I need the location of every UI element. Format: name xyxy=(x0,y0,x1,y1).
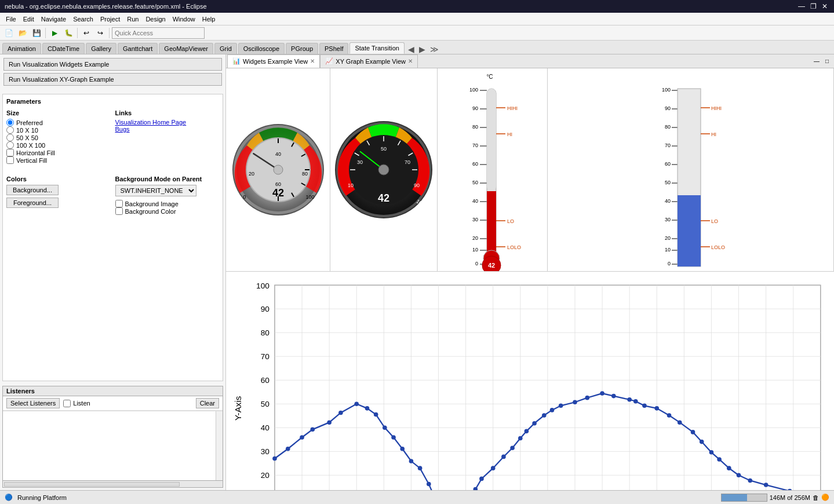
svg-point-224 xyxy=(764,483,769,487)
parameters-panel: Parameters Size Preferred 10 X 10 xyxy=(2,94,223,381)
svg-point-177 xyxy=(354,401,359,406)
xygraph-tab-icon: 📈 xyxy=(325,57,333,65)
svg-point-198 xyxy=(491,466,496,470)
tab-widgets-view[interactable]: 📊 Widgets Example View ✕ xyxy=(227,54,320,68)
vertical-fill-checkbox[interactable]: Vertical Fill xyxy=(6,156,111,164)
svg-text:70: 70 xyxy=(664,143,670,148)
size-preferred-radio[interactable] xyxy=(6,119,14,126)
statusbar-right: 146M of 256M 🗑 🟠 xyxy=(721,494,829,502)
listen-checkbox[interactable]: Listen xyxy=(63,400,90,407)
more-tabs-button[interactable]: ◀ xyxy=(406,45,417,54)
menu-design[interactable]: Design xyxy=(142,14,169,24)
listeners-scrollbar[interactable] xyxy=(216,411,223,480)
viz-home-link[interactable]: Visualization Home Page xyxy=(115,119,187,126)
horizontal-fill-checkbox[interactable]: Horizontal Fill xyxy=(6,149,111,156)
svg-point-221 xyxy=(727,466,731,470)
svg-text:0: 0 xyxy=(667,261,670,266)
ptab-cdatetime[interactable]: CDateTime xyxy=(42,43,85,54)
maximize-button[interactable]: ❐ xyxy=(808,2,818,11)
select-listeners-button[interactable]: Select Listeners xyxy=(6,398,60,408)
listeners-output xyxy=(3,411,223,480)
svg-text:30: 30 xyxy=(357,159,363,165)
ptab-grid[interactable]: Grid xyxy=(214,43,237,54)
svg-text:60: 60 xyxy=(664,161,670,167)
tab-xygraph-view[interactable]: 📈 XY Graph Example View ✕ xyxy=(320,54,418,68)
background-image-checkbox[interactable]: Background Image xyxy=(115,200,220,207)
background-color-checkbox[interactable]: Background Color xyxy=(115,207,220,215)
ptab-oscilloscope[interactable]: Oscilloscope xyxy=(238,43,285,54)
trash-icon[interactable]: 🗑 xyxy=(813,494,819,501)
svg-text:40: 40 xyxy=(664,198,670,204)
size-10x10[interactable]: 10 X 10 xyxy=(6,126,111,134)
open-perspective-button[interactable]: ≫ xyxy=(428,45,441,54)
ptab-gallery[interactable]: Gallery xyxy=(86,43,116,54)
next-tabs-button[interactable]: ▶ xyxy=(417,45,428,54)
listen-input[interactable] xyxy=(63,400,71,407)
menu-file[interactable]: File xyxy=(2,14,20,24)
vertical-fill-input[interactable] xyxy=(6,156,14,164)
new-button[interactable]: 📄 xyxy=(2,27,15,39)
svg-point-172 xyxy=(286,447,290,451)
widgets-tab-icon: 📊 xyxy=(232,57,241,65)
clear-button[interactable]: Clear xyxy=(196,398,219,408)
background-color-button[interactable]: Background... xyxy=(6,185,59,195)
save-button[interactable]: 💾 xyxy=(30,27,43,39)
open-button[interactable]: 📂 xyxy=(16,27,29,39)
run-button[interactable]: ▶ xyxy=(48,27,61,39)
menu-window[interactable]: Window xyxy=(169,14,199,24)
xygraph-tab-close[interactable]: ✕ xyxy=(408,58,413,64)
ptab-pgroup[interactable]: PGroup xyxy=(286,43,318,54)
size-100x100[interactable]: 100 X 100 xyxy=(6,141,111,149)
background-color-label: Background Color xyxy=(125,208,176,215)
minimize-view-button[interactable]: — xyxy=(812,57,821,66)
background-image-label: Background Image xyxy=(125,200,179,207)
colors-bg-section: Colors Background... Foreground... Backg… xyxy=(6,176,219,215)
parameters-content: Size Preferred 10 X 10 50 X 50 xyxy=(6,109,219,169)
ptab-pshelf[interactable]: PShelf xyxy=(319,43,348,54)
svg-text:70: 70 xyxy=(472,143,478,148)
menu-help[interactable]: Help xyxy=(199,14,219,24)
ptab-state-transition[interactable]: State Transition xyxy=(349,42,404,54)
minimize-button[interactable]: — xyxy=(797,2,806,11)
close-button[interactable]: ✕ xyxy=(820,2,829,11)
titlebar: nebula - org.eclipse.nebula.examples.rel… xyxy=(0,0,834,13)
foreground-color-button[interactable]: Foreground... xyxy=(6,198,59,208)
size-10x10-radio[interactable] xyxy=(6,126,14,134)
ptab-geomapviewer[interactable]: GeoMapViewer xyxy=(159,43,213,54)
maximize-view-button[interactable]: □ xyxy=(822,57,832,66)
bugs-link[interactable]: Bugs xyxy=(115,126,130,133)
debug-button[interactable]: 🐛 xyxy=(62,27,75,39)
undo-button[interactable]: ↩ xyxy=(80,27,93,39)
svg-text:HI: HI xyxy=(507,132,512,137)
listeners-bottom-bar xyxy=(3,480,223,487)
quick-access-input[interactable] xyxy=(112,27,205,39)
size-preferred[interactable]: Preferred xyxy=(6,119,111,126)
menu-run[interactable]: Run xyxy=(123,14,142,24)
menu-navigate[interactable]: Navigate xyxy=(38,14,70,24)
bg-mode-select[interactable]: SWT.INHERIT_NONE SWT.INHERIT_DEFAULT SWT… xyxy=(115,185,196,196)
menu-edit[interactable]: Edit xyxy=(20,14,38,24)
svg-text:LO: LO xyxy=(507,218,514,224)
background-color-input[interactable] xyxy=(115,207,123,215)
ptab-animation[interactable]: Animation xyxy=(2,43,41,54)
horizontal-fill-input[interactable] xyxy=(6,149,14,156)
widgets-tab-close[interactable]: ✕ xyxy=(310,58,315,64)
menu-search[interactable]: Search xyxy=(70,14,97,24)
memory-bar xyxy=(721,494,767,502)
background-image-input[interactable] xyxy=(115,200,123,207)
colors-label: Colors xyxy=(6,176,111,182)
run-xygraph-button[interactable]: Run Visualization XY-Graph Example xyxy=(3,73,222,86)
xy-graph-area: 0 10 20 30 40 50 60 70 80 90 100 Y-Axis … xyxy=(226,272,834,490)
svg-text:100: 100 xyxy=(469,87,478,93)
horizontal-scrollbar[interactable] xyxy=(4,482,180,487)
menu-project[interactable]: Project xyxy=(97,14,123,24)
size-50x50-radio[interactable] xyxy=(6,134,14,141)
size-50x50[interactable]: 50 X 50 xyxy=(6,134,111,141)
run-widgets-button[interactable]: Run Visualization Widgets Example xyxy=(3,58,222,71)
svg-point-181 xyxy=(391,435,396,440)
redo-button[interactable]: ↪ xyxy=(94,27,107,39)
ptab-ganttchart[interactable]: Ganttchart xyxy=(118,43,158,54)
svg-text:LO: LO xyxy=(711,218,718,224)
size-100x100-radio[interactable] xyxy=(6,141,14,149)
svg-text:30: 30 xyxy=(664,217,670,222)
